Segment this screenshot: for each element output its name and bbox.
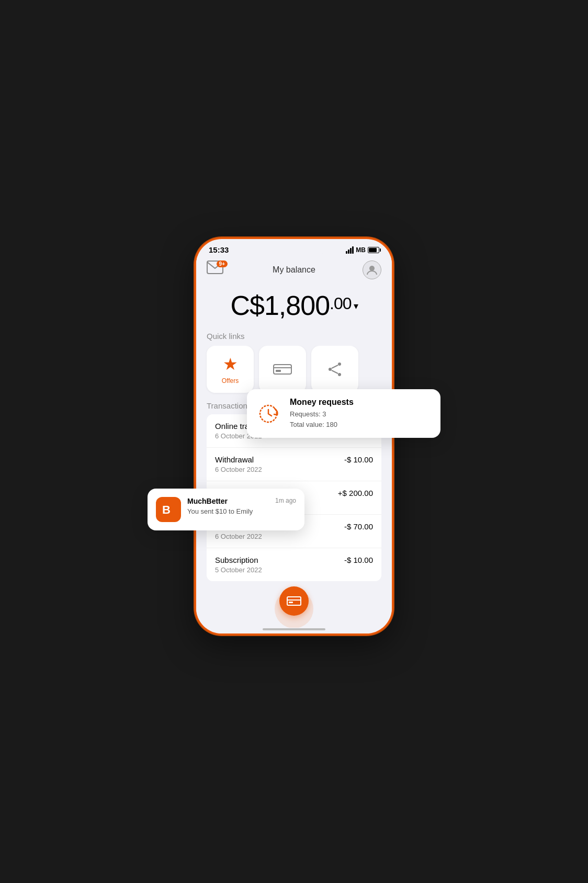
tooltip-total-value: Total value: 180 bbox=[290, 420, 354, 430]
signal-icon bbox=[346, 246, 354, 254]
battery-icon bbox=[368, 247, 379, 253]
svg-point-7 bbox=[338, 373, 341, 376]
notification-popup[interactable]: B MuchBetter 1m ago You sent $10 to Emil… bbox=[148, 489, 304, 530]
txn-date: 6 October 2022 bbox=[215, 533, 262, 540]
txn-date: 5 October 2022 bbox=[215, 566, 262, 574]
notch bbox=[260, 239, 328, 255]
balance-currency-main: C$1,800 bbox=[230, 290, 330, 321]
table-row[interactable]: Withdrawal 6 October 2022 -$ 10.00 bbox=[207, 448, 381, 481]
mail-badge: 9+ bbox=[217, 261, 228, 267]
txn-amount: +$ 200.00 bbox=[338, 489, 373, 497]
notif-app-name: MuchBetter bbox=[187, 497, 228, 505]
offers-label: Offers bbox=[222, 377, 239, 384]
table-row[interactable]: Subscription 5 October 2022 -$ 10.00 bbox=[207, 548, 381, 581]
tooltip-title: Money requests bbox=[290, 398, 354, 407]
svg-point-5 bbox=[338, 363, 341, 366]
money-requests-tooltip[interactable]: Money requests Requests: 3 Total value: … bbox=[247, 389, 440, 438]
muchbetter-app-icon: B bbox=[156, 497, 181, 522]
quick-link-send[interactable] bbox=[259, 346, 306, 393]
svg-line-8 bbox=[332, 365, 338, 368]
tooltip-requests: Requests: 3 bbox=[290, 409, 354, 420]
quick-link-share[interactable] bbox=[311, 346, 358, 393]
app-content: 9+ My balance C$1,800 .00 ▾ bbox=[196, 256, 392, 628]
txn-date: 6 October 2022 bbox=[215, 466, 262, 473]
txn-amount: -$ 10.00 bbox=[344, 455, 373, 464]
txn-amount: -$ 10.00 bbox=[344, 556, 373, 564]
quick-link-offers[interactable]: ★ Offers bbox=[207, 346, 254, 393]
svg-point-1 bbox=[369, 266, 375, 271]
svg-rect-2 bbox=[274, 365, 291, 374]
balance-dropdown-arrow[interactable]: ▾ bbox=[354, 300, 358, 312]
send-fab-button[interactable] bbox=[279, 586, 309, 616]
fab-glow bbox=[275, 590, 313, 628]
mail-button[interactable]: 9+ bbox=[207, 261, 225, 279]
notif-time: 1m ago bbox=[275, 497, 296, 505]
svg-rect-12 bbox=[289, 602, 293, 603]
balance-display[interactable]: C$1,800 .00 ▾ bbox=[207, 290, 381, 321]
svg-point-6 bbox=[329, 368, 332, 371]
txn-name: Subscription bbox=[215, 556, 262, 564]
status-right: MB bbox=[346, 246, 379, 254]
share-icon bbox=[327, 361, 343, 377]
quick-links-label: Quick links bbox=[196, 332, 392, 346]
svg-rect-4 bbox=[276, 370, 281, 372]
txn-name: Withdrawal bbox=[215, 455, 262, 464]
svg-line-9 bbox=[332, 370, 338, 373]
balance-cents: .00 bbox=[330, 294, 351, 313]
app-header: 9+ My balance bbox=[196, 256, 392, 281]
star-icon: ★ bbox=[223, 354, 238, 374]
carrier-label: MB bbox=[356, 246, 366, 254]
balance-section: C$1,800 .00 ▾ bbox=[196, 281, 392, 332]
txn-amount: -$ 70.00 bbox=[344, 522, 373, 531]
profile-avatar[interactable] bbox=[363, 261, 381, 279]
svg-text:B: B bbox=[162, 503, 171, 516]
clock-refresh-icon bbox=[256, 401, 282, 427]
status-time: 15:33 bbox=[209, 245, 229, 254]
fab-send-icon bbox=[287, 595, 301, 607]
svg-rect-10 bbox=[287, 597, 301, 605]
header-title: My balance bbox=[273, 265, 315, 275]
notif-message: You sent $10 to Emily bbox=[187, 507, 296, 515]
send-money-icon bbox=[273, 362, 292, 377]
